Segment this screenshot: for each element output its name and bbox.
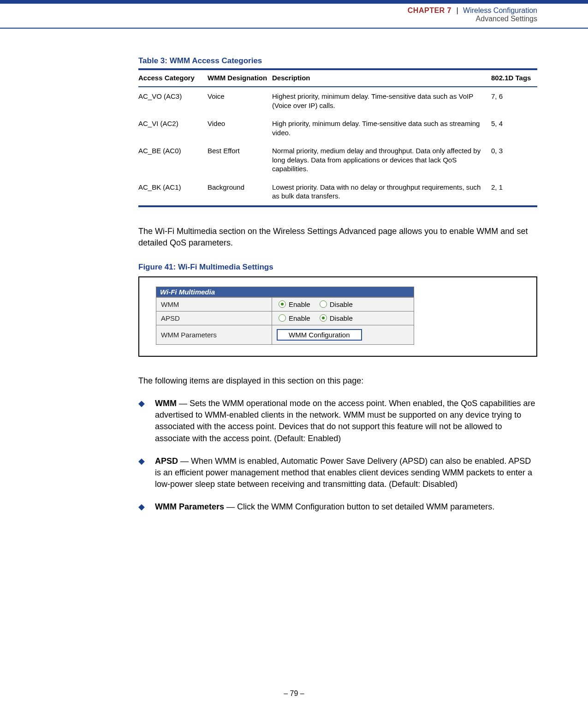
wifi-multimedia-panel: Wi-Fi Multimedia WMM Enable (156, 287, 414, 345)
radio-icon (279, 314, 286, 322)
wmm-disable-radio[interactable]: Disable (318, 300, 353, 308)
wmm-configuration-button[interactable]: WMM Configuration (277, 329, 362, 341)
item-label: WMM Parameters (155, 502, 224, 511)
apsd-enable-radio[interactable]: Enable (277, 314, 310, 322)
cell-desc: High priority, minimum delay. Time-sensi… (272, 114, 491, 142)
page-number: – 79 – (0, 689, 588, 698)
row-label-apsd: APSD (156, 311, 272, 325)
cell-tags: 0, 3 (491, 142, 537, 178)
table-row: AC_VI (AC2) Video High priority, minimum… (138, 114, 537, 142)
item-label: APSD (155, 456, 178, 466)
th-description: Description (272, 69, 491, 87)
panel-title: Wi-Fi Multimedia (156, 287, 414, 297)
table-caption: Table 3: WMM Access Categories (138, 56, 537, 66)
th-designation: WMM Designation (208, 69, 272, 87)
wmm-categories-table: Access Category WMM Designation Descript… (138, 68, 537, 207)
radio-icon (320, 314, 327, 322)
figure-caption: Figure 41: Wi-Fi Multimedia Settings (138, 263, 537, 272)
pipe-separator: | (456, 6, 458, 14)
table-row: AC_VO (AC3) Voice Highest priority, mini… (138, 87, 537, 114)
intro-paragraph: The Wi-Fi Multimedia section on the Wire… (138, 226, 537, 249)
figure-box: Wi-Fi Multimedia WMM Enable (138, 276, 537, 357)
cell-desig: Video (208, 114, 272, 142)
cell-desig: Voice (208, 87, 272, 114)
cell-access: AC_BK (AC1) (138, 178, 208, 206)
th-access: Access Category (138, 69, 208, 87)
items-intro: The following items are displayed in thi… (138, 375, 537, 387)
cell-desc: Lowest priority. Data with no delay or t… (272, 178, 491, 206)
radio-icon (279, 300, 286, 308)
item-label: WMM (155, 399, 177, 408)
cell-access: AC_VO (AC3) (138, 87, 208, 114)
item-text: — Click the WMM Configuration button to … (224, 502, 494, 511)
item-list: WMM — Sets the WMM operational mode on t… (138, 398, 537, 513)
table-row: AC_BK (AC1) Background Lowest priority. … (138, 178, 537, 206)
header-line: CHAPTER 7 | Wireless Configuration (0, 6, 588, 15)
cell-access: AC_BE (AC0) (138, 142, 208, 178)
wmm-enable-radio[interactable]: Enable (277, 300, 310, 308)
item-text: — When WMM is enabled, Automatic Power S… (155, 456, 532, 489)
th-tags: 802.1D Tags (491, 69, 537, 87)
header-band (0, 0, 588, 4)
list-item: WMM — Sets the WMM operational mode on t… (138, 398, 537, 444)
cell-desig: Background (208, 178, 272, 206)
chapter-label: CHAPTER 7 (408, 6, 451, 14)
radio-label: Disable (330, 314, 353, 322)
chapter-title: Wireless Configuration (463, 6, 537, 14)
cell-desc: Normal priority, medium delay and throug… (272, 142, 491, 178)
radio-label: Enable (289, 300, 310, 308)
radio-label: Disable (330, 300, 353, 308)
item-text: — Sets the WMM operational mode on the a… (155, 399, 535, 443)
list-item: APSD — When WMM is enabled, Automatic Po… (138, 455, 537, 491)
cell-tags: 5, 4 (491, 114, 537, 142)
cell-access: AC_VI (AC2) (138, 114, 208, 142)
cell-tags: 2, 1 (491, 178, 537, 206)
list-item: WMM Parameters — Click the WMM Configura… (138, 501, 537, 513)
cell-desig: Best Effort (208, 142, 272, 178)
cell-desc: Highest priority, minimum delay. Time-se… (272, 87, 491, 114)
radio-icon (320, 300, 327, 308)
radio-label: Enable (289, 314, 310, 322)
row-label-wmm-params: WMM Parameters (156, 325, 272, 344)
table-row: AC_BE (AC0) Best Effort Normal priority,… (138, 142, 537, 178)
cell-tags: 7, 6 (491, 87, 537, 114)
row-label-wmm: WMM (156, 297, 272, 311)
apsd-disable-radio[interactable]: Disable (318, 314, 353, 322)
header-subtitle: Advanced Settings (0, 15, 588, 23)
